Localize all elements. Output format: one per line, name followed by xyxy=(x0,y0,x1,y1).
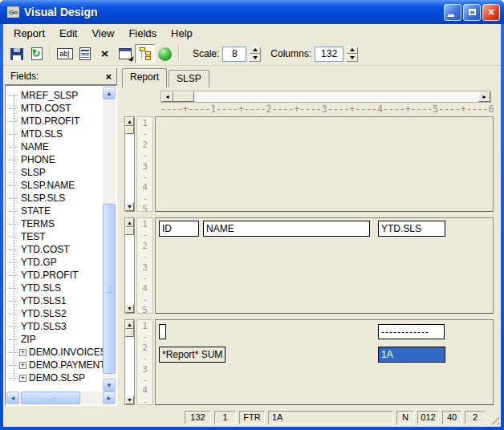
refresh-button[interactable]: ↻ xyxy=(26,44,47,63)
close-button[interactable]: × xyxy=(482,4,500,21)
scrollbar-thumb[interactable] xyxy=(125,329,134,337)
field-item-expandable[interactable]: +DEMO.PAYMENTS xyxy=(6,359,103,371)
scroll-left-button[interactable]: ◄ xyxy=(6,391,19,404)
line-ruler: 1 - 2 - 3 - 4 - 5 xyxy=(136,217,153,314)
scrollbar-thumb[interactable] xyxy=(103,204,116,374)
expand-icon[interactable]: + xyxy=(19,362,26,369)
field-item[interactable]: YTD.SLS2 xyxy=(6,307,103,320)
scroll-left-button[interactable]: ◄ xyxy=(161,91,173,102)
expand-icon[interactable]: + xyxy=(19,375,26,382)
band-vertical-scrollbar[interactable]: ▲ ▼ xyxy=(124,319,135,405)
menu-report[interactable]: Report xyxy=(6,25,52,42)
maximize-button[interactable] xyxy=(463,4,481,21)
report-field-sum-label[interactable]: *Report* SUM xyxy=(159,347,226,363)
report-field-id[interactable]: ID xyxy=(159,221,199,237)
field-item[interactable]: MTD.COST xyxy=(6,102,103,115)
scroll-up-button[interactable]: ▲ xyxy=(125,320,134,329)
band-canvas[interactable]: ID NAME YTD.SLS xyxy=(155,217,494,314)
field-item[interactable]: YTD.COST xyxy=(6,243,103,256)
menu-view[interactable]: View xyxy=(84,25,121,42)
columns-down-button[interactable] xyxy=(346,54,358,62)
minimize-button[interactable] xyxy=(444,4,461,21)
field-item[interactable]: MTD.PROFIT xyxy=(6,115,103,128)
scale-input[interactable]: 8 xyxy=(222,47,246,62)
field-item[interactable]: YTD.SLS xyxy=(6,282,103,294)
band-vertical-scrollbar[interactable]: ▲ ▼ xyxy=(124,217,135,314)
scroll-up-button[interactable]: ▲ xyxy=(125,218,134,227)
band-vertical-scrollbar[interactable]: ▲ ▼ xyxy=(124,116,135,212)
field-label: YTD.PROFIT xyxy=(21,270,78,281)
scrollbar-thumb[interactable] xyxy=(125,126,134,134)
report-field-ytd-sls[interactable]: YTD.SLS xyxy=(378,221,445,237)
field-item[interactable]: TEST xyxy=(6,230,103,243)
columns-up-button[interactable] xyxy=(346,47,358,55)
field-item[interactable]: NAME xyxy=(6,140,103,153)
scrollbar-track[interactable] xyxy=(194,91,478,102)
field-item[interactable]: YTD.GP xyxy=(6,256,103,269)
save-button[interactable] xyxy=(6,44,26,63)
field-item[interactable]: TERMS xyxy=(6,217,103,230)
scroll-up-button[interactable]: ▲ xyxy=(125,117,134,126)
scrollbar-thumb[interactable] xyxy=(125,227,134,235)
band-canvas[interactable]: ------------ *Report* SUM 1A xyxy=(155,319,494,405)
fields-horizontal-scrollbar[interactable]: ◄ ► xyxy=(6,391,116,404)
tree-view-button[interactable] xyxy=(135,44,155,63)
menu-help[interactable]: Help xyxy=(164,25,200,42)
report-field-total-selected[interactable]: 1A xyxy=(378,347,445,363)
scroll-down-button[interactable]: ▼ xyxy=(125,202,134,211)
scrollbar-thumb[interactable] xyxy=(173,91,194,102)
properties-button[interactable] xyxy=(115,44,135,63)
down-arrow-icon: ▼ xyxy=(127,306,132,311)
scrollbar-track[interactable] xyxy=(125,337,134,396)
scroll-right-button[interactable]: ► xyxy=(103,391,116,404)
fields-panel-close-button[interactable]: × xyxy=(105,71,112,82)
menu-fields[interactable]: Fields xyxy=(121,25,164,42)
report-field-name[interactable]: NAME xyxy=(203,221,370,237)
scale-up-button[interactable] xyxy=(249,47,261,55)
text-field-button[interactable]: ab| xyxy=(55,44,75,63)
scroll-up-button[interactable]: ▲ xyxy=(103,87,116,99)
scrollbar-track[interactable] xyxy=(125,235,134,304)
field-item[interactable]: SLSP xyxy=(6,166,103,179)
text-field-icon: ab| xyxy=(57,48,73,59)
field-item[interactable]: SLSP.SLS xyxy=(6,192,103,205)
report-horizontal-scrollbar[interactable]: ◄ ► xyxy=(161,91,491,103)
scale-stepper[interactable] xyxy=(249,47,261,62)
field-item[interactable]: YTD.PROFIT xyxy=(6,269,103,282)
columns-stepper[interactable] xyxy=(346,47,358,62)
field-item[interactable]: PHONE xyxy=(6,153,103,166)
field-item[interactable]: STATE xyxy=(6,205,103,217)
field-item-expandable[interactable]: +DEMO.INVOICES* xyxy=(6,346,103,359)
field-item[interactable]: MTD.SLS xyxy=(6,128,103,140)
delete-button[interactable]: × xyxy=(95,44,115,63)
field-item[interactable]: SLSP.NAME xyxy=(6,179,103,192)
scale-down-button[interactable] xyxy=(249,54,261,62)
scroll-down-button[interactable]: ▼ xyxy=(125,304,134,313)
document-button[interactable] xyxy=(75,44,95,63)
resize-grip[interactable] xyxy=(489,414,499,424)
title-bar[interactable]: Gn Visual Design × xyxy=(0,0,504,24)
tab-report[interactable]: Report xyxy=(122,68,167,87)
field-label: YTD.SLS1 xyxy=(21,295,67,306)
report-field-marker[interactable] xyxy=(159,324,166,339)
report-field-dashes[interactable]: ------------ xyxy=(378,324,445,339)
columns-input[interactable]: 132 xyxy=(315,47,343,62)
menu-edit[interactable]: Edit xyxy=(52,25,84,42)
tab-slsp[interactable]: SLSP xyxy=(169,70,209,87)
fields-panel-header[interactable]: Fields: × xyxy=(5,67,117,85)
field-label: DEMO.SLSP xyxy=(29,372,85,383)
scrollbar-track[interactable] xyxy=(125,134,134,202)
scroll-down-button[interactable]: ▼ xyxy=(125,396,134,404)
field-item-expandable[interactable]: +DEMO.SLSP xyxy=(6,371,103,384)
band-canvas[interactable] xyxy=(155,116,494,212)
scroll-right-button[interactable]: ► xyxy=(478,91,490,102)
fields-vertical-scrollbar[interactable]: ▲ ▼ xyxy=(103,87,116,391)
field-item[interactable]: YTD.SLS3 xyxy=(6,320,103,333)
run-button[interactable] xyxy=(155,44,175,63)
field-item[interactable]: ZIP xyxy=(6,333,103,346)
field-item[interactable]: YTD.SLS1 xyxy=(6,294,103,307)
field-item[interactable]: MREF_SLSP xyxy=(6,89,103,102)
expand-icon[interactable]: + xyxy=(19,349,26,356)
scrollbar-thumb[interactable] xyxy=(21,391,80,404)
scroll-down-button[interactable]: ▼ xyxy=(103,379,116,391)
